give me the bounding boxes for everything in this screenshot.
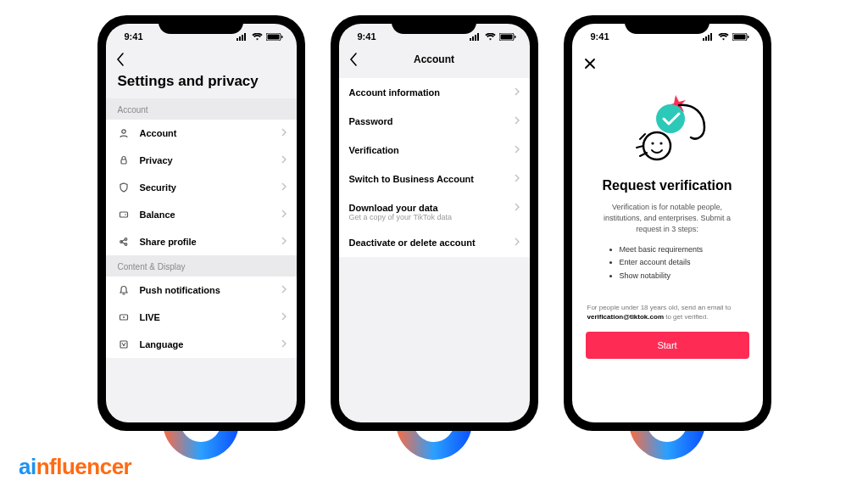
svg-point-13	[125, 243, 127, 246]
svg-rect-33	[733, 34, 745, 39]
section-header-account: Account	[106, 98, 297, 120]
row-label: LIVE	[140, 312, 160, 322]
row-privacy[interactable]: Privacy	[106, 147, 297, 174]
verification-steps-list: Meet basic requirements Enter account de…	[572, 243, 763, 282]
wifi-icon	[252, 33, 263, 41]
svg-point-38	[659, 142, 662, 144]
verification-illustration	[572, 73, 763, 171]
status-time: 9:41	[125, 31, 143, 42]
step-item: Show notability	[620, 270, 763, 282]
row-label: Balance	[140, 210, 175, 220]
svg-rect-29	[705, 36, 707, 41]
under-18-note: For people under 18 years old, send an e…	[572, 282, 763, 328]
battery-icon	[732, 33, 749, 41]
chevron-right-icon	[281, 237, 287, 247]
svg-point-15	[123, 316, 125, 318]
svg-rect-8	[121, 159, 126, 164]
nav-bar	[106, 49, 297, 73]
row-label: Account	[140, 128, 177, 138]
svg-rect-6	[281, 36, 283, 38]
section-header-content: Content & Display	[106, 255, 297, 277]
svg-point-12	[125, 238, 127, 241]
chevron-right-icon	[281, 128, 287, 138]
signal-icon	[470, 33, 481, 41]
person-icon	[116, 128, 131, 138]
step-item: Enter account details	[620, 256, 763, 269]
row-download-data[interactable]: Download your data	[339, 193, 530, 216]
page-title: Settings and privacy	[106, 73, 297, 98]
close-icon[interactable]	[572, 49, 763, 73]
phone-frame: 9:41	[564, 15, 771, 431]
lock-icon	[116, 155, 131, 165]
row-switch-business[interactable]: Switch to Business Account	[339, 165, 530, 193]
row-label: Share profile	[140, 237, 197, 247]
chevron-right-icon	[281, 339, 287, 349]
phone-notch	[159, 15, 243, 34]
svg-rect-21	[475, 35, 476, 41]
row-security[interactable]: Security	[106, 174, 297, 201]
start-button[interactable]: Start	[586, 332, 749, 359]
battery-icon	[499, 33, 516, 41]
row-label: Deactivate or delete account	[349, 238, 476, 248]
nav-title: Account	[339, 53, 530, 65]
row-label: Download your data	[349, 203, 438, 213]
request-verification-title: Request verification	[572, 171, 763, 202]
svg-rect-20	[472, 36, 474, 41]
svg-rect-22	[477, 33, 479, 41]
chevron-right-icon	[515, 116, 520, 126]
row-account[interactable]: Account	[106, 120, 297, 147]
chevron-right-icon	[281, 182, 287, 193]
signal-icon	[236, 33, 248, 41]
svg-point-35	[656, 104, 685, 133]
live-icon	[116, 312, 131, 322]
phone-notch	[392, 15, 476, 34]
chevron-right-icon	[515, 87, 520, 98]
row-label: Privacy	[140, 155, 173, 165]
svg-rect-5	[267, 34, 279, 39]
svg-rect-24	[500, 34, 512, 39]
status-time: 9:41	[591, 31, 609, 42]
phone-frame: 9:41 Account Account information	[331, 15, 538, 431]
row-label: Verification	[349, 145, 399, 155]
svg-rect-9	[120, 212, 127, 217]
row-balance[interactable]: Balance	[106, 201, 297, 228]
row-label: Security	[140, 182, 176, 193]
signal-icon	[703, 33, 715, 41]
row-push-notifications[interactable]: Push notifications	[106, 277, 297, 304]
svg-rect-25	[515, 36, 516, 38]
svg-rect-31	[710, 33, 712, 41]
svg-rect-34	[748, 36, 749, 38]
battery-icon	[266, 33, 283, 41]
svg-point-37	[651, 142, 654, 144]
chevron-right-icon	[515, 145, 520, 155]
svg-rect-19	[470, 38, 471, 41]
row-deactivate[interactable]: Deactivate or delete account	[339, 228, 530, 257]
wifi-icon	[718, 33, 729, 41]
svg-rect-2	[242, 35, 243, 41]
row-account-information[interactable]: Account information	[339, 78, 530, 107]
svg-point-7	[121, 130, 125, 133]
svg-rect-30	[708, 35, 709, 41]
bell-icon	[116, 285, 131, 295]
back-icon[interactable]	[116, 53, 125, 66]
chevron-right-icon	[281, 155, 287, 165]
svg-point-36	[643, 132, 670, 159]
svg-rect-0	[236, 38, 238, 41]
chevron-right-icon	[515, 238, 520, 248]
request-verification-desc: Verification is for notable people, inst…	[572, 202, 763, 243]
status-time: 9:41	[358, 31, 376, 42]
row-verification[interactable]: Verification	[339, 136, 530, 165]
row-language[interactable]: Language	[106, 331, 297, 358]
chevron-right-icon	[281, 312, 287, 322]
row-label: Push notifications	[140, 285, 220, 295]
chevron-right-icon	[515, 174, 520, 184]
share-icon	[116, 237, 131, 247]
language-icon	[116, 339, 131, 349]
nav-bar: Account	[339, 49, 530, 73]
phone-frame: 9:41 Settings and privacy Account Accoun	[97, 15, 305, 431]
chevron-right-icon	[281, 210, 287, 220]
row-password[interactable]: Password	[339, 107, 530, 136]
row-live[interactable]: LIVE	[106, 304, 297, 331]
row-share-profile[interactable]: Share profile	[106, 228, 297, 255]
wifi-icon	[485, 33, 496, 41]
